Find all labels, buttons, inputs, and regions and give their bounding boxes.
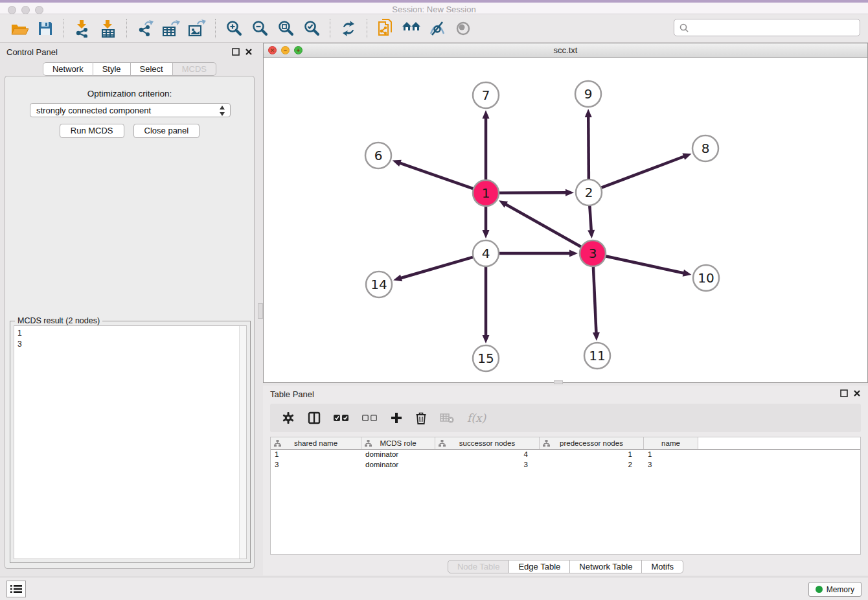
memory-button[interactable]: Memory [808, 582, 862, 597]
hide-selected-icon[interactable] [426, 18, 448, 39]
zoom-fit-icon[interactable] [275, 18, 297, 39]
table-cell[interactable]: 3 [435, 460, 540, 470]
optimization-criterion-label: Optimization criterion: [5, 89, 254, 98]
task-history-button[interactable] [6, 581, 26, 597]
table-tab-motifs[interactable]: Motifs [642, 560, 683, 573]
split-divider-grip-horizontal[interactable] [554, 380, 563, 384]
close-panel-button[interactable]: Close panel [133, 124, 200, 138]
export-network-icon[interactable] [134, 18, 156, 39]
import-table-icon[interactable] [97, 18, 119, 39]
table-tab-network-table[interactable]: Network Table [570, 560, 642, 573]
clear-checkboxes-icon[interactable] [362, 414, 378, 422]
table-cell[interactable]: 1 [644, 450, 698, 460]
graph-node-label: 9 [584, 86, 593, 102]
float-table-panel-icon[interactable] [840, 389, 848, 397]
float-panel-icon[interactable] [232, 48, 240, 56]
edge-3-10[interactable] [606, 256, 685, 273]
search-icon [679, 23, 689, 33]
select-all-checkboxes-icon[interactable] [334, 414, 349, 422]
table-cell[interactable]: dominator [361, 450, 435, 460]
network-window-titlebar[interactable]: ✕ − + scc.txt [264, 43, 867, 58]
zoom-in-icon[interactable] [223, 18, 245, 39]
edge-2-9[interactable] [588, 116, 589, 179]
save-session-icon[interactable] [34, 18, 56, 39]
edge-3-11[interactable] [593, 266, 597, 334]
table-cell[interactable]: 1 [271, 450, 361, 460]
edge-arrowhead [393, 275, 402, 282]
table-cell[interactable]: 1 [540, 450, 644, 460]
graph-node-label: 8 [702, 141, 710, 156]
gear-icon[interactable] [282, 411, 295, 424]
criterion-select[interactable]: strongly connected component [30, 103, 231, 117]
export-image-icon[interactable] [186, 18, 208, 39]
column-type-icon [543, 440, 550, 447]
close-panel-icon[interactable] [245, 48, 253, 56]
delete-column-trash-icon[interactable] [415, 411, 427, 424]
run-mcds-button[interactable]: Run MCDS [60, 124, 124, 138]
table-row[interactable]: 1dominator411 [271, 450, 860, 460]
first-neighbors-icon[interactable] [400, 18, 422, 39]
edge-1-2[interactable] [499, 192, 567, 193]
graph-node-label: 1 [482, 185, 490, 201]
add-column-icon[interactable] [391, 412, 402, 424]
main-toolbar [0, 14, 868, 43]
table-cell[interactable]: 3 [644, 460, 698, 470]
split-divider-grip[interactable] [258, 303, 263, 319]
edge-1-6[interactable] [399, 163, 474, 189]
tab-mcds[interactable]: MCDS [173, 62, 216, 76]
refresh-icon[interactable] [337, 18, 360, 39]
network-view-window: ✕ − + scc.txt 7968124314101511 [263, 43, 868, 383]
zoom-selected-icon[interactable] [301, 18, 323, 39]
app-titlebar: Session: New Session [0, 0, 868, 14]
result-scrollbar[interactable] [239, 326, 246, 559]
table-tab-node-table[interactable]: Node Table [448, 560, 510, 573]
edge-2-8[interactable] [601, 156, 685, 188]
tab-style[interactable]: Style [93, 62, 131, 76]
search-input[interactable] [674, 19, 860, 36]
search-field[interactable] [689, 21, 860, 34]
mcds-result-groupbox: MCDS result (2 nodes) 13 [10, 321, 251, 563]
table-panel-layout-icon[interactable] [308, 411, 321, 424]
column-header-successor-nodes[interactable]: successor nodes [435, 437, 540, 449]
table-cell[interactable]: dominator [361, 460, 435, 470]
edge-arrowhead [393, 160, 402, 167]
column-header-shared-name[interactable]: shared name [271, 437, 361, 449]
column-header-MCDS-role[interactable]: MCDS role [361, 437, 435, 449]
network-canvas[interactable]: 7968124314101511 [264, 58, 867, 382]
mcds-result-list[interactable]: 13 [14, 325, 247, 559]
edge-4-14[interactable] [400, 257, 474, 279]
import-network-icon[interactable] [71, 18, 93, 39]
open-folder-icon[interactable] [8, 18, 30, 39]
tab-network[interactable]: Network [43, 62, 93, 76]
close-table-panel-icon[interactable] [853, 389, 861, 397]
node-table[interactable]: shared nameMCDS rolesuccessor nodesprede… [270, 437, 861, 555]
function-builder-icon[interactable]: f(x) [467, 411, 486, 424]
toolbar-separator [330, 19, 330, 38]
copy-network-icon[interactable] [374, 18, 396, 39]
toolbar-separator [63, 19, 64, 38]
graph-node-label: 10 [698, 270, 714, 286]
toolbar-separator [367, 19, 367, 38]
table-cell[interactable]: 4 [435, 450, 540, 460]
table-tab-edge-table[interactable]: Edge Table [509, 560, 570, 573]
edge-2-3[interactable] [589, 205, 591, 231]
table-cell[interactable]: 3 [271, 460, 361, 470]
tab-select[interactable]: Select [131, 62, 173, 76]
edge-arrowhead [593, 332, 600, 341]
edge-3-1[interactable] [505, 204, 582, 247]
list-icon [10, 584, 22, 594]
table-row[interactable]: 3dominator323 [271, 460, 860, 470]
network-window-title: scc.txt [264, 45, 867, 55]
show-eye-icon[interactable] [452, 18, 474, 39]
graph-node-label: 4 [482, 246, 490, 261]
zoom-out-icon[interactable] [249, 18, 271, 39]
column-header-predecessor-nodes[interactable]: predecessor nodes [540, 437, 644, 449]
column-header-name[interactable]: name [644, 437, 698, 449]
export-table-icon[interactable] [160, 18, 182, 39]
delete-table-icon[interactable] [440, 413, 454, 423]
table-panel: Table Panel f(x) shared nameMCDS role [263, 386, 868, 575]
toolbar-separator [126, 19, 127, 38]
table-cell[interactable]: 2 [540, 460, 644, 470]
column-type-icon [365, 440, 372, 447]
result-item: 3 [17, 339, 246, 350]
